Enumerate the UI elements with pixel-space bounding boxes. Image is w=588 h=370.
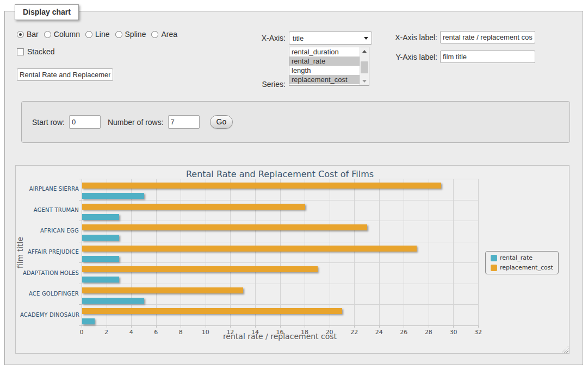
x-gridline	[206, 179, 206, 325]
chart-type-column[interactable]: Column	[44, 30, 80, 39]
go-button[interactable]: Go	[210, 115, 233, 129]
x-axis-label-label: X-Axis label:	[370, 33, 437, 42]
chart-title-input[interactable]	[17, 68, 113, 81]
bar-rental_rate[interactable]	[82, 235, 119, 241]
radio-icon[interactable]	[115, 31, 122, 38]
chart-type-spline[interactable]: Spline	[115, 30, 146, 39]
bar-rental_rate[interactable]	[82, 318, 95, 324]
start-row-label: Start row:	[32, 118, 65, 127]
chart-type-option-label: Column	[54, 30, 80, 39]
display-chart-panel: Display chart BarColumnLineSplineArea St…	[4, 11, 583, 365]
scroll-down-button[interactable]	[360, 77, 369, 85]
bar-replacement_cost[interactable]	[82, 204, 305, 210]
category-label: AIRPLANE SIERRA	[20, 186, 79, 192]
radio-icon[interactable]	[85, 31, 92, 38]
category-label: ACADEMY DINOSAUR	[20, 312, 79, 318]
y-gridline	[82, 284, 478, 284]
legend-item-replacement_cost[interactable]: replacement_cost	[491, 264, 553, 271]
chart-title: Rental Rate and Replacement Cost of Film…	[82, 169, 478, 179]
category-label: AFRICAN EGG	[20, 228, 79, 234]
x-gridline	[181, 179, 181, 325]
y-tick	[79, 304, 82, 305]
bar-replacement_cost[interactable]	[82, 308, 342, 314]
chart-type-option-label: Bar	[27, 30, 39, 39]
chart-type-option-label: Spline	[125, 30, 146, 39]
x-axis-title: rental rate / replacement cost	[82, 332, 478, 341]
scroll-up-button[interactable]	[360, 47, 369, 55]
y-tick	[79, 200, 82, 200]
y-gridline	[82, 200, 478, 200]
rows-panel: Start row: Number of rows: Go	[21, 101, 570, 143]
triangle-up-icon	[362, 50, 367, 53]
y-gridline	[82, 242, 478, 242]
stacked-row: Stacked	[17, 47, 55, 56]
series-option[interactable]: length	[289, 66, 360, 75]
legend-swatch	[491, 265, 497, 271]
chart-type-area[interactable]: Area	[151, 30, 177, 39]
radio-icon[interactable]	[44, 31, 51, 38]
x-axis-select-label: X-Axis:	[239, 34, 286, 42]
bar-replacement_cost[interactable]	[82, 287, 243, 293]
x-gridline	[156, 179, 157, 325]
start-row-input[interactable]	[69, 115, 101, 129]
series-select-label: Series:	[239, 80, 286, 89]
x-axis-label-input[interactable]	[440, 31, 535, 43]
chart-container: Rental Rate and Replacement Cost of Film…	[15, 165, 570, 354]
y-tick	[79, 262, 82, 263]
series-listbox[interactable]: rental_durationrental_ratelengthreplacem…	[289, 47, 369, 86]
x-gridline	[429, 179, 429, 325]
chart-type-option-label: Line	[95, 30, 109, 39]
x-gridline	[305, 179, 305, 325]
stacked-checkbox[interactable]	[17, 48, 24, 55]
stacked-label: Stacked	[27, 47, 55, 56]
scrollbar-thumb[interactable]	[361, 61, 368, 73]
num-rows-input[interactable]	[168, 115, 200, 129]
panel-title: Display chart	[15, 4, 79, 20]
y-axis-label-label: Y-Axis label:	[370, 53, 437, 61]
bar-rental_rate[interactable]	[82, 298, 144, 304]
chart-legend: rental_ratereplacement_cost	[485, 251, 559, 274]
y-gridline	[82, 179, 478, 179]
series-scrollbar[interactable]	[360, 47, 369, 85]
chart-type-bar[interactable]: Bar	[17, 30, 39, 39]
bar-rental_rate[interactable]	[82, 256, 119, 262]
resize-grip-icon[interactable]	[562, 346, 568, 353]
y-axis-label-input[interactable]	[440, 51, 535, 63]
bar-rental_rate[interactable]	[82, 193, 144, 199]
bar-rental_rate[interactable]	[82, 214, 119, 220]
x-gridline	[379, 179, 380, 325]
bar-replacement_cost[interactable]	[82, 224, 367, 230]
chart-type-line[interactable]: Line	[85, 30, 109, 39]
x-gridline	[453, 179, 454, 325]
y-tick	[79, 179, 82, 179]
legend-swatch	[491, 255, 497, 261]
x-gridline	[280, 179, 281, 325]
radio-icon[interactable]	[17, 31, 24, 38]
bar-replacement_cost[interactable]	[82, 183, 441, 189]
x-axis-select[interactable]: title	[289, 32, 372, 45]
bar-replacement_cost[interactable]	[82, 266, 318, 272]
chart-type-group: BarColumnLineSplineArea	[17, 30, 177, 39]
triangle-down-icon	[362, 80, 367, 83]
category-label: ACE GOLDFINGER	[20, 291, 79, 297]
num-rows-label: Number of rows:	[108, 118, 164, 127]
y-tick	[79, 221, 82, 221]
legend-item-rental_rate[interactable]: rental_rate	[491, 254, 553, 261]
legend-label: replacement_cost	[500, 264, 553, 271]
x-axis-selected-value: title	[293, 34, 304, 42]
bar-replacement_cost[interactable]	[82, 246, 417, 252]
x-gridline	[478, 179, 479, 325]
category-label: ADAPTATION HOLES	[20, 270, 79, 276]
bar-rental_rate[interactable]	[82, 277, 119, 283]
series-options: rental_durationrental_ratelengthreplacem…	[289, 47, 360, 85]
series-option[interactable]: rental_duration	[289, 47, 360, 57]
series-option[interactable]: replacement_cost	[289, 75, 360, 84]
series-option[interactable]: rental_rate	[289, 57, 360, 66]
category-label: AFFAIR PREJUDICE	[20, 249, 79, 255]
x-gridline	[354, 179, 355, 325]
x-tick	[478, 325, 479, 328]
y-gridline	[82, 262, 478, 263]
radio-icon[interactable]	[151, 31, 158, 38]
y-tick	[79, 242, 82, 242]
y-tick	[79, 325, 82, 326]
